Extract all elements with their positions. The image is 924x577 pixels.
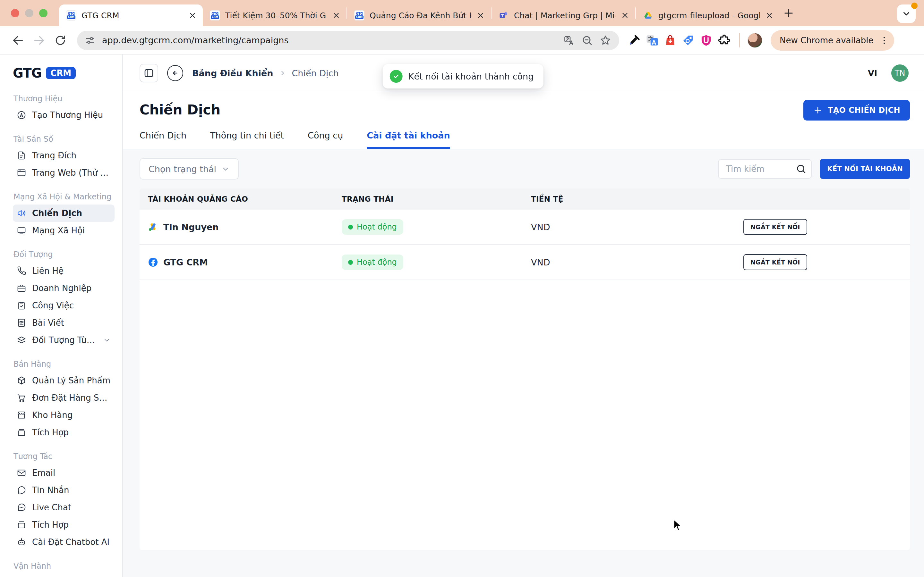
reload-button[interactable] bbox=[51, 31, 69, 49]
google-translate-extension-icon[interactable] bbox=[645, 33, 660, 48]
disconnect-button[interactable]: NGẮT KẾT NỐI bbox=[743, 219, 807, 235]
close-window-button[interactable] bbox=[11, 9, 19, 17]
disconnect-button[interactable]: NGẮT KẾT NỐI bbox=[743, 254, 807, 270]
status-filter-dropdown[interactable]: Chọn trạng thái bbox=[140, 158, 239, 179]
browser-profile-avatar[interactable] bbox=[748, 33, 762, 48]
translate-icon[interactable] bbox=[564, 35, 575, 46]
sidebar-item-tich-hop-engage[interactable]: Tích Hợp bbox=[13, 516, 115, 533]
sidebar-item-doi-tuong-tuy-chinh[interactable]: Đối Tượng Tùy Chỉnh bbox=[13, 332, 115, 349]
status-badge: Hoạt động bbox=[342, 255, 403, 270]
chevron-down-icon[interactable] bbox=[103, 336, 111, 344]
column-header-account: TÀI KHOẢN QUẢNG CÁO bbox=[140, 195, 342, 203]
browser-tab-active[interactable]: GTG CRM GTG CRM bbox=[59, 5, 203, 26]
tab-title: Tiết Kiệm 30–50% Thời Gian bbox=[225, 11, 326, 20]
bookmark-star-icon[interactable] bbox=[599, 34, 612, 47]
user-avatar[interactable]: TN bbox=[891, 64, 909, 82]
minimize-window-button[interactable] bbox=[25, 9, 33, 17]
breadcrumb-root[interactable]: Bảng Điều Khiển bbox=[192, 68, 273, 78]
breadcrumb-current: Chiến Dịch bbox=[292, 68, 339, 78]
sidebar-item-mang-xa-hoi[interactable]: Mạng Xã Hội bbox=[13, 222, 115, 239]
language-selector[interactable]: VI bbox=[868, 69, 877, 78]
tab-title: GTG CRM bbox=[81, 11, 183, 20]
sidebar-item-email[interactable]: Email bbox=[13, 464, 115, 482]
address-bar[interactable]: app.dev.gtgcrm.com/marketing/campaigns bbox=[77, 31, 619, 50]
table-row[interactable]: GTG CRM Hoạt động VND NGẮT KẾT NỐI bbox=[140, 245, 910, 280]
kebab-menu-icon[interactable] bbox=[879, 35, 889, 45]
forward-button[interactable] bbox=[30, 31, 48, 49]
color-picker-extension-icon[interactable] bbox=[627, 33, 642, 48]
tab-search-button[interactable] bbox=[897, 5, 916, 23]
tab-cai-dat-tai-khoan[interactable]: Cài đặt tài khoản bbox=[367, 131, 450, 149]
check-circle-icon bbox=[390, 70, 403, 83]
new-tab-button[interactable] bbox=[780, 4, 798, 22]
page-head: Chiến Dịch TẠO CHIẾN DỊCH Chiến Dịch Thô… bbox=[123, 92, 924, 149]
gtg-favicon: GTG CRM bbox=[354, 10, 365, 21]
tab-title: gtgcrm-fileupload - Google D bbox=[658, 11, 760, 20]
sidebar-item-don-dat-hang[interactable]: Đơn Đặt Hàng Sản Phẩ... bbox=[13, 389, 115, 406]
ublock-extension-icon[interactable] bbox=[699, 33, 714, 48]
tab-close-icon[interactable] bbox=[188, 11, 197, 20]
sidebar-item-trang-web[interactable]: Trang Web (Thử Nghiệ... bbox=[13, 164, 115, 181]
back-navigation-button[interactable] bbox=[167, 65, 183, 81]
sidebar-item-live-chat[interactable]: Live Chat bbox=[13, 499, 115, 516]
browser-tab[interactable]: GTG CRM Tiết Kiệm 30–50% Thời Gian bbox=[203, 5, 347, 26]
breadcrumb: Bảng Điều Khiển Chiến Dịch bbox=[192, 68, 339, 78]
breadcrumb-chevron-icon bbox=[279, 69, 286, 77]
tab-chien-dich[interactable]: Chiến Dịch bbox=[140, 131, 186, 149]
store-icon bbox=[17, 410, 26, 420]
table-row[interactable]: Tin Nguyen Hoạt động VND NGẮT KẾT NỐI bbox=[140, 210, 910, 245]
connect-account-button[interactable]: KẾT NỐI TÀI KHOẢN bbox=[820, 159, 910, 179]
search-icon[interactable] bbox=[796, 163, 806, 174]
sidebar-item-quan-ly-san-pham[interactable]: Quản Lý Sản Phẩm bbox=[13, 372, 115, 389]
tab-close-icon[interactable] bbox=[765, 11, 774, 20]
url-text[interactable]: app.dev.gtgcrm.com/marketing/campaigns bbox=[102, 35, 557, 45]
sidebar-toggle-button[interactable] bbox=[140, 64, 158, 82]
sidebar-section-label: Tài Sản Số bbox=[13, 135, 115, 143]
sidebar-item-lien-he[interactable]: Liên Hệ bbox=[13, 262, 115, 279]
sidebar-item-chien-dich[interactable]: Chiến Dịch bbox=[13, 205, 115, 222]
panel-toggle-icon bbox=[144, 68, 154, 78]
sidebar-item-bao-gia[interactable]: Báo Giá bbox=[13, 574, 115, 577]
price-tag-extension-icon[interactable] bbox=[681, 33, 696, 48]
sidebar-item-kho-hang[interactable]: Kho Hàng bbox=[13, 406, 115, 424]
app-logo[interactable]: GTG CRM bbox=[13, 63, 115, 83]
tab-close-icon[interactable] bbox=[332, 11, 341, 20]
sidebar-item-chatbot-ai[interactable]: Cài Đặt Chatbot AI bbox=[13, 533, 115, 551]
document-icon bbox=[17, 151, 26, 160]
filter-row: Chọn trạng thái KẾT NỐI TÀI KHOẢN bbox=[123, 149, 924, 189]
integration-box-icon bbox=[17, 428, 26, 437]
column-header-status: TRẠNG THÁI bbox=[342, 195, 531, 203]
sidebar-item-cong-viec[interactable]: Công Việc bbox=[13, 297, 115, 314]
site-settings-icon[interactable] bbox=[85, 35, 95, 46]
tab-close-icon[interactable] bbox=[476, 11, 485, 20]
search-box bbox=[718, 159, 812, 179]
create-campaign-button[interactable]: TẠO CHIẾN DỊCH bbox=[803, 100, 910, 121]
browser-window-icon bbox=[17, 168, 26, 177]
tab-cong-cu[interactable]: Công cụ bbox=[308, 131, 343, 149]
shopping-extension-icon[interactable] bbox=[663, 33, 678, 48]
sidebar-item-trang-dich[interactable]: Trang Đích bbox=[13, 147, 115, 164]
shopping-cart-icon bbox=[17, 393, 26, 403]
phone-icon bbox=[17, 266, 26, 276]
status-dot bbox=[348, 225, 353, 229]
sidebar-item-tich-hop-sales[interactable]: Tích Hợp bbox=[13, 424, 115, 441]
status-badge: Hoạt động bbox=[342, 219, 403, 235]
currency-value: VND bbox=[531, 258, 724, 268]
sidebar-item-tin-nhan[interactable]: Tin Nhắn bbox=[13, 482, 115, 499]
maximize-window-button[interactable] bbox=[39, 9, 47, 17]
back-button[interactable] bbox=[9, 31, 27, 49]
browser-tab[interactable]: GTG CRM Quảng Cáo Đa Kênh Bứt Phá bbox=[347, 5, 491, 26]
window-controls bbox=[0, 0, 59, 26]
extensions-puzzle-icon[interactable] bbox=[717, 33, 732, 48]
chrome-update-pill[interactable]: New Chrome available bbox=[771, 30, 894, 51]
tab-close-icon[interactable] bbox=[620, 11, 630, 20]
zoom-out-icon[interactable] bbox=[582, 35, 593, 46]
sidebar-item-tao-thuong-hieu[interactable]: Tạo Thương Hiệu bbox=[13, 106, 115, 124]
browser-tab[interactable]: gtgcrm-fileupload - Google D bbox=[636, 5, 780, 26]
tab-thong-tin-chi-tiet[interactable]: Thông tin chi tiết bbox=[210, 131, 284, 149]
sidebar-section-label: Đối Tượng bbox=[13, 250, 115, 259]
sidebar-item-bai-viet[interactable]: Bài Viết bbox=[13, 314, 115, 332]
browser-tab[interactable]: Chat | Marketing Grp | Micros bbox=[491, 5, 635, 26]
sidebar-section-label: Bán Hàng bbox=[13, 359, 115, 369]
sidebar-item-doanh-nghiep[interactable]: Doanh Nghiệp bbox=[13, 279, 115, 297]
